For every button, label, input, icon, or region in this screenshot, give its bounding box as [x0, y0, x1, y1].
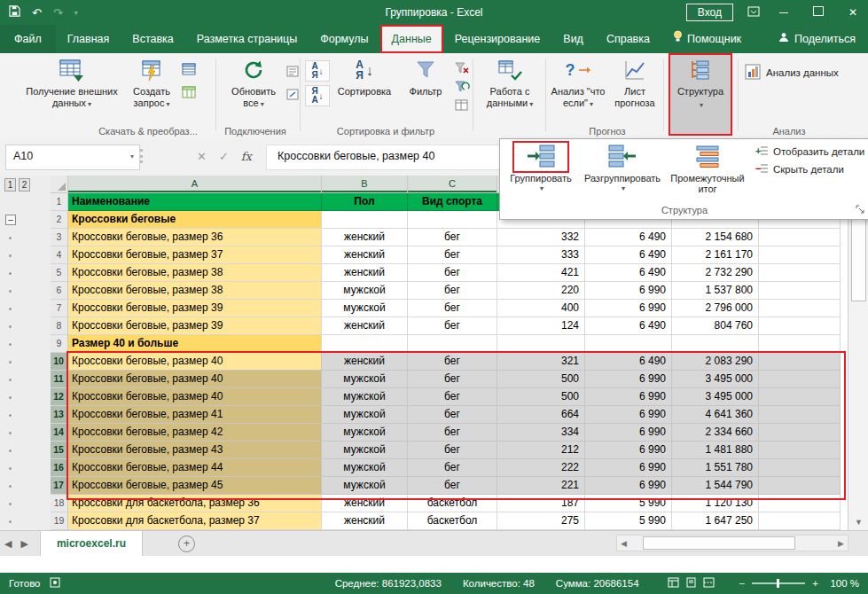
cell-A17[interactable]: Кроссовки беговые, размер 45 — [68, 477, 322, 495]
cell-A12[interactable]: Кроссовки беговые, размер 40 — [68, 388, 322, 406]
tab-home[interactable]: Главная — [56, 25, 121, 53]
cell-F14[interactable]: 2 334 660 — [672, 424, 759, 442]
cell-F4[interactable]: 2 161 170 — [672, 246, 759, 264]
cell-C3[interactable]: бег — [408, 229, 497, 246]
cell-A1[interactable]: Наименование — [68, 193, 322, 211]
row-header[interactable]: 5 — [51, 264, 68, 282]
get-external-data-button[interactable]: Получение внешних данных▾ — [25, 53, 119, 136]
cell-G8[interactable] — [759, 317, 841, 335]
from-table-icon[interactable] — [181, 85, 200, 101]
cell-A13[interactable]: Кроссовки беговые, размер 41 — [68, 406, 322, 424]
macro-record-icon[interactable] — [50, 577, 60, 590]
tab-file[interactable]: Файл — [0, 25, 56, 53]
tab-help[interactable]: Справка — [595, 25, 661, 53]
cell-D4[interactable]: 333 — [497, 246, 585, 264]
cell-C15[interactable]: бег — [408, 442, 497, 459]
cell-F5[interactable]: 2 732 290 — [672, 264, 759, 282]
row-header[interactable]: 3 — [51, 229, 68, 246]
row-header[interactable]: 15 — [51, 442, 68, 459]
cell-A14[interactable]: Кроссовки беговые, размер 42 — [68, 424, 322, 442]
cell-G6[interactable] — [759, 282, 841, 300]
cell-G14[interactable] — [759, 424, 841, 442]
signin-button[interactable]: Вход — [686, 4, 733, 21]
cell-G15[interactable] — [759, 442, 841, 459]
forecast-sheet-button[interactable]: Лист прогноза — [608, 53, 661, 127]
properties-icon[interactable] — [284, 64, 303, 80]
row-header[interactable]: 17 — [51, 477, 68, 495]
filter-button[interactable]: Фильтр — [399, 53, 452, 127]
scroll-right-icon[interactable]: ▶ — [834, 539, 848, 548]
cell-E12[interactable]: 6 990 — [585, 388, 672, 406]
cell-F13[interactable]: 4 641 360 — [672, 406, 759, 424]
cell-C8[interactable]: бег — [408, 317, 497, 335]
cell-E14[interactable]: 6 990 — [585, 424, 672, 442]
ribbon-display-options-icon[interactable] — [747, 4, 760, 20]
normal-view-icon[interactable] — [668, 577, 679, 590]
cell-D10[interactable]: 321 — [497, 353, 585, 371]
hide-detail-button[interactable]: − Скрыть детали — [755, 162, 864, 176]
select-all-button[interactable] — [51, 176, 68, 193]
structure-group-button[interactable]: Структура ▾ — [669, 53, 732, 136]
zoom-percent[interactable]: 100 % — [825, 578, 859, 589]
row-header[interactable]: 18 — [51, 495, 68, 512]
cell-D3[interactable]: 332 — [497, 229, 585, 246]
cell-F7[interactable]: 2 796 000 — [672, 300, 759, 317]
cell-B12[interactable]: мужской — [322, 388, 408, 406]
show-queries-icon[interactable] — [181, 62, 200, 78]
cell-B18[interactable]: женский — [322, 495, 408, 512]
cell-A7[interactable]: Кроссовки беговые, размер 39 — [68, 300, 322, 317]
cell-B16[interactable]: мужской — [322, 459, 408, 477]
tab-insert[interactable]: Вставка — [121, 25, 184, 53]
cell-B10[interactable]: женский — [322, 353, 408, 371]
sheet-nav-right-icon[interactable]: ▶ — [16, 538, 32, 550]
cell-A18[interactable]: Кроссовки для баскетбола, размер 36 — [68, 495, 322, 512]
cell-F16[interactable]: 1 551 780 — [672, 459, 759, 477]
clear-filter-icon[interactable] — [452, 60, 472, 76]
cell-G19[interactable] — [759, 512, 841, 530]
row-header[interactable]: 2 — [51, 211, 68, 229]
cell-E18[interactable]: 5 990 — [585, 495, 672, 512]
cell-C16[interactable]: бег — [408, 459, 497, 477]
row-header[interactable]: 14 — [51, 424, 68, 442]
row-header[interactable]: 11 — [51, 371, 68, 388]
row-header[interactable]: 1 — [51, 193, 68, 211]
cell-E17[interactable]: 6 990 — [585, 477, 672, 495]
cell-A11[interactable]: Кроссовки беговые, размер 40 — [68, 371, 322, 388]
cell-A6[interactable]: Кроссовки беговые, размер 38 — [68, 282, 322, 300]
zoom-slider[interactable] — [752, 582, 805, 584]
cell-D8[interactable]: 124 — [497, 317, 585, 335]
cell-B17[interactable]: мужской — [322, 477, 408, 495]
cell-F8[interactable]: 804 760 — [672, 317, 759, 335]
advanced-filter-icon[interactable] — [452, 98, 472, 113]
page-layout-view-icon[interactable] — [685, 577, 697, 590]
cell-B14[interactable]: мужской — [322, 424, 408, 442]
cell-D12[interactable]: 500 — [497, 388, 585, 406]
cell-F17[interactable]: 1 544 790 — [672, 477, 759, 495]
cell-E4[interactable]: 6 490 — [585, 246, 672, 264]
cell-C6[interactable]: бег — [408, 282, 497, 300]
cell-C9[interactable] — [408, 335, 497, 353]
cell-F11[interactable]: 3 495 000 — [672, 371, 759, 388]
row-header[interactable]: 13 — [51, 406, 68, 424]
row-header[interactable]: 19 — [51, 512, 68, 530]
cell-F10[interactable]: 2 083 290 — [672, 353, 759, 371]
data-tools-button[interactable]: Работа с данными▾ — [479, 53, 541, 136]
cell-B11[interactable]: мужской — [322, 371, 408, 388]
cell-E11[interactable]: 6 990 — [585, 371, 672, 388]
cancel-entry-icon[interactable]: ✕ — [197, 150, 207, 163]
row-header[interactable]: 7 — [51, 300, 68, 317]
tab-data[interactable]: Данные — [380, 25, 443, 53]
cell-G18[interactable] — [759, 495, 841, 512]
cell-E5[interactable]: 6 490 — [585, 264, 672, 282]
cell-A19[interactable]: Кроссовки для баскетбола, размер 37 — [68, 512, 322, 530]
cell-A15[interactable]: Кроссовки беговые, размер 43 — [68, 442, 322, 459]
cell-B2[interactable] — [322, 211, 408, 229]
cell-A16[interactable]: Кроссовки беговые, размер 44 — [68, 459, 322, 477]
cell-C7[interactable]: бег — [408, 300, 497, 317]
cell-D7[interactable]: 400 — [497, 300, 585, 317]
cell-B15[interactable]: мужской — [322, 442, 408, 459]
cell-A8[interactable]: Кроссовки беговые, размер 39 — [68, 317, 322, 335]
scroll-down-icon[interactable]: ▼ — [848, 514, 868, 530]
add-sheet-icon[interactable]: + — [178, 535, 195, 552]
cell-G17[interactable] — [759, 477, 841, 495]
